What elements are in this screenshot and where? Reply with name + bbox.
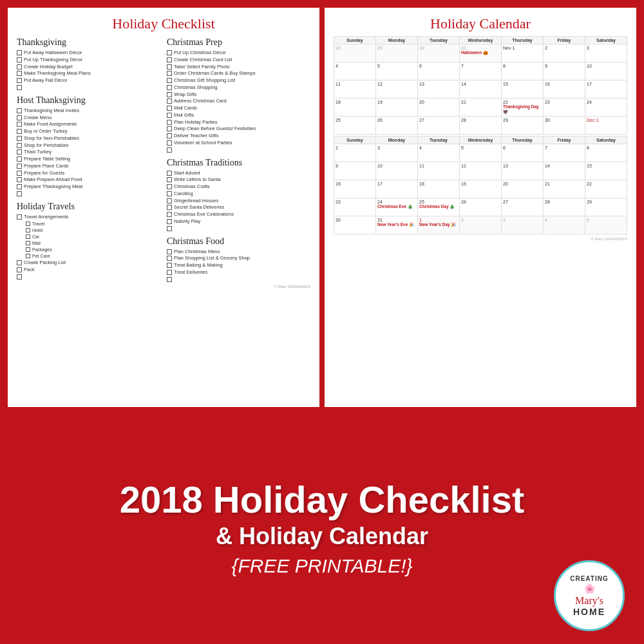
logo-marys: Mary's: [575, 595, 603, 607]
check-item: Write Letters to Santa: [167, 176, 310, 183]
cal-cell: 4: [334, 62, 376, 80]
check-item: Gingerbread Houses: [167, 198, 310, 204]
check-item: [17, 191, 160, 196]
check-item: Order Christmas Cards & Buy Stamps: [167, 70, 310, 77]
checklist-columns: Thanksgiving Put Away Halloween Décor Pu…: [17, 37, 310, 289]
cal-cell: 10: [585, 62, 627, 80]
calendar-container: Sunday Monday Tuesday Wednesday Thursday…: [334, 36, 627, 241]
cal-header-wed: Wednesday: [460, 137, 502, 144]
check-item: Put Away Fall Décor: [17, 77, 160, 84]
cal-cell: 11: [334, 80, 376, 99]
cal-cell: 9: [334, 162, 376, 180]
cal-cell: 7: [460, 62, 502, 80]
check-item: Travel Arrangements: [17, 214, 160, 220]
cal-cell: 5: [585, 216, 627, 234]
cal-cell: 7: [544, 144, 585, 162]
cal-cell: 24: [585, 99, 627, 117]
cal-cell: 19: [376, 99, 418, 117]
cal-cell: 25: [334, 117, 376, 135]
check-item: Deliver Teacher Gifts: [167, 133, 310, 139]
check-item: Volunteer at School Parties: [167, 140, 310, 146]
check-item: [17, 274, 160, 279]
sub-item: Packages: [26, 247, 160, 252]
cal-cell: 16: [544, 80, 585, 99]
check-item: Mail Gifts: [167, 112, 310, 118]
check-item: Mail Cards: [167, 105, 310, 111]
cal-header-thu: Thursday: [502, 37, 544, 44]
cal-header-fri: Friday: [544, 137, 585, 144]
cal-cell: 12: [376, 80, 418, 99]
cal-cell: 28: [334, 44, 376, 62]
cal-header-sat: Saturday: [585, 137, 627, 144]
check-item: Create Menu: [17, 115, 160, 121]
check-item: Wrap Gifts: [167, 91, 310, 98]
bottom-section: 2018 Holiday Checklist & Holiday Calenda…: [0, 412, 644, 644]
check-item: [167, 276, 310, 282]
cal-cell: 22Thanksgiving Day 🦃: [502, 99, 544, 117]
check-item: Prepare Thanksgiving Meal: [17, 184, 160, 190]
cal-cell: 4: [544, 216, 585, 234]
cal-cell: 4: [418, 144, 460, 162]
cal-cell: Dec 1: [585, 117, 627, 135]
check-item: Put Up Christmas Décor: [167, 50, 310, 56]
check-item: Start Advent: [167, 170, 310, 176]
cal-cell: 30: [544, 117, 585, 135]
check-item: Christmas Gift Shopping List: [167, 77, 310, 84]
check-item: [17, 84, 160, 90]
check-item: [167, 147, 310, 153]
cal-cell: 27: [418, 117, 460, 135]
cal-cell: 17: [585, 80, 627, 99]
november-calendar: Sunday Monday Tuesday Wednesday Thursday…: [334, 36, 627, 135]
checklist-title: Holiday Checklist: [17, 15, 310, 32]
cal-header-mon: Monday: [376, 37, 418, 44]
cal-cell: 24Christmas Eve 🎄: [376, 198, 418, 216]
calendar-panel: Holiday Calendar Sunday Monday Tuesday W…: [325, 8, 636, 407]
check-item: Plan Christmas Menu: [167, 249, 310, 255]
check-item: Take/ Select Family Photo: [167, 64, 310, 70]
check-item: Carolling: [167, 191, 310, 197]
check-item: Plan Shopping List & Grocery Shop: [167, 255, 310, 261]
cal-header-sun: Sunday: [334, 137, 376, 144]
check-item: Make Prepare-Ahead Food: [17, 176, 160, 183]
cal-header-thu: Thursday: [502, 137, 544, 144]
cal-cell: 23: [544, 99, 585, 117]
check-item: Thaw Turkey: [17, 149, 160, 155]
cal-cell: 1New Year's Day 🎉: [418, 216, 460, 234]
cal-cell: 19: [460, 180, 502, 198]
section-christmas-traditions: Christmas Traditions: [167, 158, 310, 168]
check-item: Nativity Play: [167, 218, 310, 225]
checklist-col-2: Christmas Prep Put Up Christmas Décor Cr…: [167, 37, 310, 289]
logo-home: HOME: [573, 607, 605, 617]
cal-cell: 31New Year's Eve 🎉: [376, 216, 418, 234]
cal-cell: 16: [334, 180, 376, 198]
cal-cell: 31Halloween 🎃: [460, 44, 502, 62]
cal-cell: 18: [418, 180, 460, 198]
december-calendar: Sunday Monday Tuesday Wednesday Thursday…: [334, 136, 627, 234]
checklist-panel: Holiday Checklist Thanksgiving Put Away …: [8, 8, 319, 407]
bottom-free-text: {FREE PRINTABLE!}: [231, 555, 412, 577]
check-item: Put Up Thanksgiving Décor: [17, 57, 160, 63]
bottom-title-line2: & Holiday Calendar: [216, 523, 428, 550]
check-item: Treat Deliveries: [167, 269, 310, 276]
cal-cell: 2: [544, 44, 585, 62]
cal-cell: 5: [460, 144, 502, 162]
logo-circle: CREATING 🌸 Mary's HOME: [554, 560, 625, 631]
check-item: Put Away Halloween Décor: [17, 50, 160, 56]
cal-cell: 6: [502, 144, 544, 162]
cal-cell: 28: [460, 117, 502, 135]
logo-creating: CREATING: [570, 575, 608, 582]
cal-cell: 15: [502, 80, 544, 99]
sub-items: Travel Hotel Car Mail Packages Pet Care: [17, 221, 160, 260]
check-item: Prepare Table Setting: [17, 156, 160, 162]
cal-cell: 20: [418, 99, 460, 117]
check-item: Create Christmas Card List: [167, 57, 310, 63]
sub-item: Hotel: [26, 227, 160, 233]
cal-cell: 13: [502, 162, 544, 180]
cal-cell: 10: [376, 162, 418, 180]
cal-cell: 3: [502, 216, 544, 234]
check-item: Make Thanksgiving Meal Plans: [17, 70, 160, 77]
cal-header-sun: Sunday: [334, 37, 376, 44]
sub-item: Travel: [26, 221, 160, 227]
cal-cell: 22: [585, 180, 627, 198]
check-item: [167, 225, 310, 231]
